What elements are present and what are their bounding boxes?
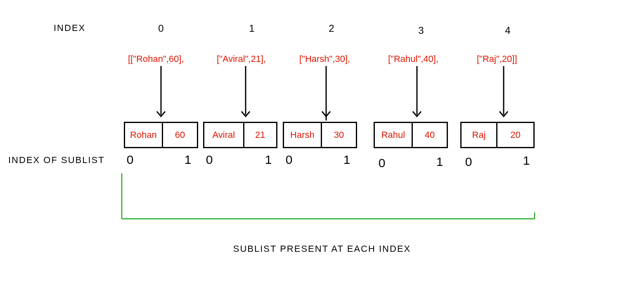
code-text-2: ["Harsh",30], — [299, 54, 350, 64]
sublist-box-4: Raj 20 — [460, 122, 535, 148]
sublist-name-4: Raj — [462, 123, 497, 147]
sub-index-1-0: 0 — [203, 153, 215, 167]
sub-index-2-0: 0 — [283, 153, 295, 167]
caption-text: SUBLIST PRESENT AT EACH INDEX — [0, 244, 644, 254]
sublist-box-1: Aviral 21 — [203, 122, 277, 148]
sublist-box-0: Rohan 60 — [124, 122, 198, 148]
index-of-sublist-label: INDEX OF SUBLIST — [8, 155, 105, 166]
code-text-4: ["Raj",20]] — [477, 54, 517, 64]
arrow-icon — [497, 66, 510, 120]
sub-index-1-1: 1 — [262, 153, 275, 167]
sub-index-3-1: 1 — [433, 155, 446, 169]
sublist-value-1: 21 — [244, 123, 276, 147]
sublist-value-3: 40 — [413, 123, 447, 147]
code-text-0: [["Rohan",60], — [128, 54, 184, 64]
code-text-3: ["Rahul",40], — [388, 54, 438, 64]
arrow-icon — [155, 66, 167, 120]
sub-index-4-0: 0 — [462, 155, 475, 169]
index-label: INDEX — [54, 23, 85, 33]
arrow-icon — [411, 66, 423, 120]
sublist-name-1: Aviral — [204, 123, 244, 147]
sub-index-4-1: 1 — [520, 154, 533, 168]
sub-index-0-1: 1 — [182, 153, 194, 167]
bracket-icon — [120, 173, 537, 223]
sublist-name-0: Rohan — [125, 123, 163, 147]
outer-index-0: 0 — [153, 23, 169, 34]
sublist-name-2: Harsh — [284, 123, 322, 147]
outer-index-2: 2 — [323, 23, 340, 34]
sublist-box-3: Rahul 40 — [374, 122, 448, 148]
outer-index-1: 1 — [244, 23, 260, 34]
outer-index-3: 3 — [413, 25, 429, 36]
code-text-1: ["Aviral",21], — [217, 54, 266, 64]
sub-index-0-0: 0 — [124, 153, 136, 167]
outer-index-4: 4 — [500, 25, 516, 36]
sub-index-2-1: 1 — [341, 153, 353, 167]
sublist-name-3: Rahul — [375, 123, 413, 147]
sub-index-3-0: 0 — [376, 156, 388, 170]
arrow-icon — [320, 66, 332, 126]
sublist-value-4: 20 — [497, 123, 533, 147]
sublist-value-2: 30 — [322, 123, 356, 147]
sublist-value-0: 60 — [163, 123, 197, 147]
arrow-icon — [239, 66, 252, 120]
sublist-box-2: Harsh 30 — [283, 122, 357, 148]
